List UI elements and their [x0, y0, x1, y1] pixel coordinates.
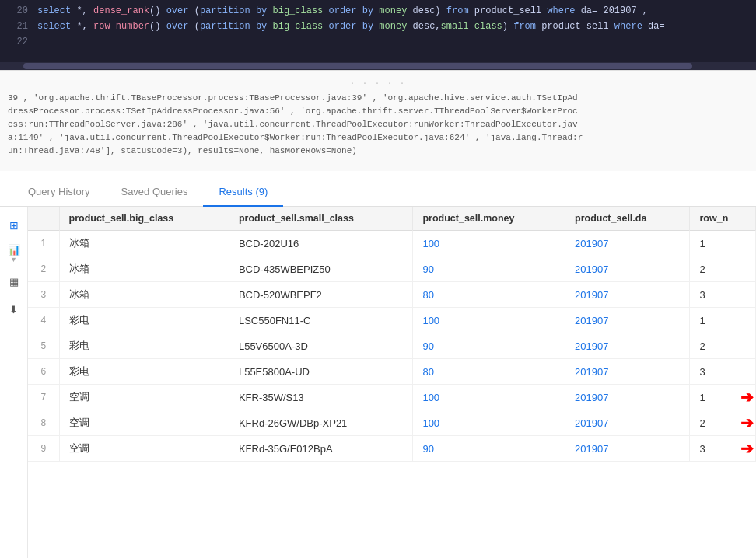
cell-index: 2 — [28, 256, 59, 282]
col-header-da: product_sell.da — [565, 207, 690, 231]
cell-da: 201907 — [565, 231, 690, 256]
cell-big-class: 空调 — [59, 436, 229, 462]
cell-big-class: 冰箱 — [59, 282, 229, 308]
row-number-value: 1 — [699, 238, 705, 249]
cell-da: 201907 — [565, 385, 690, 410]
chart-icon: 📊 — [8, 244, 20, 256]
drag-handle[interactable]: · · · · · — [8, 75, 748, 92]
cell-big-class: 空调 — [59, 410, 229, 436]
code-line-21: 21 select *, row_number() over (partitio… — [0, 19, 756, 34]
table-icon-button[interactable]: ▦ — [3, 270, 25, 292]
cell-money: 90 — [413, 333, 565, 359]
chart-dropdown-icon: ▼ — [10, 256, 17, 263]
red-arrow-annotation: ➔ — [740, 439, 754, 458]
col-header-index — [28, 207, 59, 231]
error-line-3: ess:run:TThreadPoolServer.java:286' , 'j… — [8, 118, 748, 131]
cell-index: 4 — [28, 308, 59, 333]
code-scrollbar[interactable] — [0, 62, 756, 70]
cell-row-number: 3 — [690, 359, 756, 385]
col-header-small-class: product_sell.small_class — [229, 207, 412, 231]
cell-small-class: BCD-202U16 — [229, 231, 412, 256]
cell-index: 7 — [28, 385, 59, 410]
code-line-20: 20 select *, dense_rank() over (partitio… — [0, 3, 756, 19]
cell-index: 8 — [28, 410, 59, 436]
cell-money: 90 — [413, 436, 565, 462]
cell-money: 100 — [413, 385, 565, 410]
code-line-22: 22 — [0, 34, 756, 50]
tab-saved-queries[interactable]: Saved Queries — [105, 178, 203, 207]
table-icon: ▦ — [9, 276, 19, 288]
error-output: · · · · · 39 , 'org.apache.thrift.TBaseP… — [0, 70, 756, 171]
cell-small-class: BCD-520WBEPF2 — [229, 282, 412, 308]
cell-small-class: KFRd-35G/E012BpA — [229, 436, 412, 462]
col-header-money: product_sell.money — [413, 207, 565, 231]
cell-big-class: 空调 — [59, 385, 229, 410]
results-area: ⊞ 📊 ▼ ▦ ⬇ product_sell.big_class product… — [0, 207, 756, 558]
row-number-value: 1 — [699, 315, 705, 326]
cell-row-number: 2➔ — [690, 410, 756, 436]
cell-da: 201907 — [565, 256, 690, 282]
cell-row-number: 3 — [690, 282, 756, 308]
cell-da: 201907 — [565, 436, 690, 462]
download-button[interactable]: ⬇ — [3, 298, 25, 320]
results-table-wrapper[interactable]: product_sell.big_class product_sell.smal… — [28, 207, 756, 558]
table-row: 3冰箱BCD-520WBEPF2802019073 — [28, 282, 756, 308]
row-number-value: 3 — [699, 289, 705, 301]
cell-index: 3 — [28, 282, 59, 308]
download-icon: ⬇ — [9, 304, 18, 316]
cell-small-class: KFR-35W/S13 — [229, 385, 412, 410]
cell-index: 5 — [28, 333, 59, 359]
table-header-row: product_sell.big_class product_sell.smal… — [28, 207, 756, 231]
cell-big-class: 彩电 — [59, 359, 229, 385]
row-number-value: 3 — [699, 443, 705, 455]
cell-money: 100 — [413, 231, 565, 256]
error-line-2: dressProcessor.process:TSetIpAddressProc… — [8, 105, 748, 118]
cell-money: 80 — [413, 282, 565, 308]
cell-big-class: 冰箱 — [59, 231, 229, 256]
cell-big-class: 冰箱 — [59, 256, 229, 282]
grid-view-button[interactable]: ⊞ — [3, 214, 25, 236]
chart-view-button[interactable]: 📊 ▼ — [3, 242, 25, 264]
row-number-value: 2 — [699, 340, 705, 352]
cell-big-class: 彩电 — [59, 308, 229, 333]
error-line-4: a:1149' , 'java.util.concurrent.ThreadPo… — [8, 131, 748, 145]
cell-row-number: 2 — [690, 333, 756, 359]
cell-row-number: 1 — [690, 231, 756, 256]
code-editor: 20 select *, dense_rank() over (partitio… — [0, 0, 756, 62]
cell-money: 90 — [413, 256, 565, 282]
cell-row-number: 2 — [690, 256, 756, 282]
error-line-1: 39 , 'org.apache.thrift.TBaseProcessor.p… — [8, 92, 748, 105]
cell-row-number: 1➔ — [690, 385, 756, 410]
table-row: 8空调KFRd-26GW/DBp-XP211002019072➔ — [28, 410, 756, 436]
col-header-big-class: product_sell.big_class — [59, 207, 229, 231]
table-row: 5彩电L55V6500A-3D902019072 — [28, 333, 756, 359]
table-row: 4彩电LSC550FN11-C1002019071 — [28, 308, 756, 333]
table-row: 7空调KFR-35W/S131002019071➔ — [28, 385, 756, 410]
cell-money: 100 — [413, 308, 565, 333]
tab-query-history[interactable]: Query History — [12, 178, 105, 207]
grid-icon: ⊞ — [9, 219, 19, 232]
cell-da: 201907 — [565, 282, 690, 308]
cell-index: 6 — [28, 359, 59, 385]
cell-money: 100 — [413, 410, 565, 436]
cell-da: 201907 — [565, 308, 690, 333]
cell-big-class: 彩电 — [59, 333, 229, 359]
tab-results[interactable]: Results (9) — [203, 178, 283, 207]
cell-index: 1 — [28, 231, 59, 256]
cell-index: 9 — [28, 436, 59, 462]
table-row: 6彩电L55E5800A-UD802019073 — [28, 359, 756, 385]
tabs-bar: Query History Saved Queries Results (9) — [0, 171, 756, 207]
row-number-value: 3 — [699, 366, 705, 378]
col-header-row-number: row_n — [690, 207, 756, 231]
code-scrollbar-thumb[interactable] — [23, 63, 692, 69]
table-row: 1冰箱BCD-202U161002019071 — [28, 231, 756, 256]
cell-small-class: L55E5800A-UD — [229, 359, 412, 385]
left-toolbar: ⊞ 📊 ▼ ▦ ⬇ — [0, 207, 28, 558]
cell-row-number: 1 — [690, 308, 756, 333]
row-number-value: 1 — [699, 392, 705, 403]
table-body: 1冰箱BCD-202U1610020190712冰箱BCD-435WBEPIZ5… — [28, 231, 756, 462]
row-number-value: 2 — [699, 263, 705, 275]
table-row: 2冰箱BCD-435WBEPIZ50902019072 — [28, 256, 756, 282]
red-arrow-annotation: ➔ — [740, 388, 754, 406]
cell-row-number: 3➔ — [690, 436, 756, 462]
